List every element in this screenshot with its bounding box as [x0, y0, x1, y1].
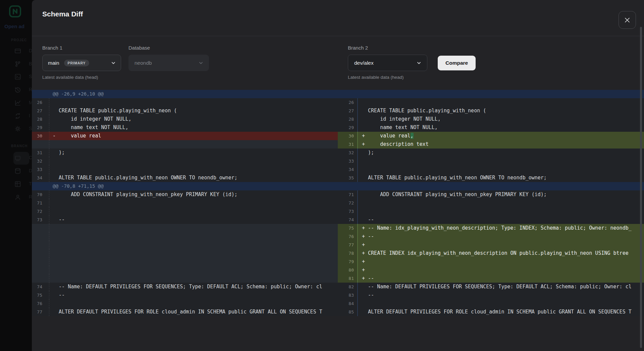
- code-line: +: [358, 257, 644, 266]
- close-icon: [624, 17, 630, 23]
- diff-cell-ctx: 35 ALTER TABLE public.playing_with_neon …: [338, 174, 644, 182]
- code-line: - value real: [49, 132, 338, 140]
- code-line: [358, 299, 644, 308]
- line-number: 26: [338, 98, 358, 107]
- chevron-down-icon: [199, 61, 203, 65]
- diff-cell-filler: [32, 224, 338, 232]
- diff-cell-ctx: 71 ADD CONSTRAINT playing_with_neon_pkey…: [338, 190, 644, 199]
- hunk-range-text: @@ -26,9 +26,10 @@: [32, 90, 104, 98]
- diff-hunk-row: @@ -70,8 +71,15 @@: [32, 182, 644, 190]
- code-line: [49, 232, 338, 241]
- line-number: [32, 274, 49, 283]
- line-number: 33: [32, 165, 49, 174]
- compare-button[interactable]: Compare: [438, 56, 476, 70]
- diff-cell-filler: [32, 266, 338, 274]
- line-number: 73: [32, 216, 49, 224]
- code-line: [49, 249, 338, 257]
- diff-cell-filler: [32, 274, 338, 283]
- code-line: [49, 207, 338, 216]
- line-number: 33: [338, 157, 358, 165]
- diff-cell-add: 78+ CREATE INDEX idx_playing_with_neon_d…: [338, 249, 644, 257]
- diff-row: 74 -- Name: DEFAULT PRIVILEGES FOR SEQUE…: [32, 283, 644, 291]
- code-line: --: [358, 291, 644, 299]
- line-number: 31: [338, 140, 358, 149]
- diff-cell-filler: [32, 232, 338, 241]
- diff-cell-ctx: 73 --: [32, 216, 338, 224]
- line-number: 29: [32, 123, 49, 132]
- diff-cell-del: 30- value real: [32, 132, 338, 140]
- app-sidebar: Open ad PROJECDBSRMISBRANCHCDTR: [0, 0, 32, 351]
- code-line: ALTER DEFAULT PRIVILEGES FOR ROLE cloud_…: [358, 308, 644, 316]
- diff-row: 33 34: [32, 165, 644, 174]
- diff-cell-add: 76+ --: [338, 232, 644, 241]
- code-line: );: [358, 149, 644, 157]
- diff-cell-ctx: 26: [338, 98, 644, 107]
- line-number: 71: [338, 190, 358, 199]
- diff-cell-ctx: 85 ALTER DEFAULT PRIVILEGES FOR ROLE clo…: [338, 308, 644, 316]
- code-line: [49, 299, 338, 308]
- word-diff-highlight: ,: [411, 133, 414, 139]
- code-line: -- Name: DEFAULT PRIVILEGES FOR SEQUENCE…: [358, 283, 644, 291]
- diff-cell-add: 31+ description text: [338, 140, 644, 149]
- code-line: + -- Name: idx_playing_with_neon_descrip…: [358, 224, 644, 232]
- code-line: [49, 140, 338, 149]
- line-number: 80: [338, 266, 358, 274]
- code-line: name text NOT NULL,: [358, 123, 644, 132]
- diff-row: 34 ALTER TABLE public.playing_with_neon …: [32, 174, 644, 182]
- diff-row: 30- value real30+ value real,: [32, 132, 644, 140]
- code-line: [49, 165, 338, 174]
- line-number: 82: [338, 283, 358, 291]
- line-number: 85: [338, 308, 358, 316]
- diff-cell-add: 81+ --: [338, 274, 644, 283]
- line-number: 78: [338, 249, 358, 257]
- code-line: [358, 207, 644, 216]
- code-line: [49, 257, 338, 266]
- diff-cell-ctx: 72: [32, 207, 338, 216]
- hunk-header-spacer: [338, 182, 644, 190]
- diff-cell-add: 77+: [338, 241, 644, 249]
- diff-row: 31+ description text: [32, 140, 644, 149]
- branch1-select[interactable]: main PRIMARY: [42, 55, 121, 71]
- line-number: [32, 140, 49, 149]
- diff-row: 28 id integer NOT NULL,28 id integer NOT…: [32, 115, 644, 123]
- code-line: +: [358, 241, 644, 249]
- line-number: 76: [338, 232, 358, 241]
- line-number: 76: [32, 299, 49, 308]
- diff-cell-ctx: 83 --: [338, 291, 644, 299]
- line-number: 77: [32, 308, 49, 316]
- branch2-hint: Latest available data (head): [348, 75, 404, 80]
- diff-cell-ctx: 27 CREATE TABLE public.playing_with_neon…: [338, 107, 644, 115]
- diff-cell-ctx: 32: [32, 157, 338, 165]
- branch1-label: Branch 1: [42, 45, 62, 51]
- code-line: [49, 224, 338, 232]
- branch2-select[interactable]: dev/alex: [348, 55, 427, 71]
- diff-cell-ctx: 76: [32, 299, 338, 308]
- code-line: ALTER DEFAULT PRIVILEGES FOR ROLE cloud_…: [49, 308, 338, 316]
- line-number: 34: [338, 165, 358, 174]
- diff-cell-ctx: 29 name text NOT NULL,: [338, 123, 644, 132]
- close-button[interactable]: [619, 11, 636, 29]
- vertical-scrollbar[interactable]: [640, 27, 642, 348]
- diff-cell-ctx: 73: [338, 207, 644, 216]
- diff-cell-ctx: 32 );: [338, 149, 644, 157]
- code-line: name text NOT NULL,: [49, 123, 338, 132]
- line-number: 30: [32, 132, 49, 140]
- code-line: + description text: [358, 140, 644, 149]
- code-line: [358, 165, 644, 174]
- diff-row: 80+: [32, 266, 644, 274]
- line-number: 77: [338, 241, 358, 249]
- diff-cell-ctx: 33: [338, 157, 644, 165]
- line-number: 73: [338, 207, 358, 216]
- diff-row: 72 73: [32, 207, 644, 216]
- hunk-header-spacer: [338, 90, 644, 98]
- database-value: neondb: [135, 60, 152, 66]
- diff-row: 76 84: [32, 299, 644, 308]
- diff-row: 75+ -- Name: idx_playing_with_neon_descr…: [32, 224, 644, 232]
- code-line: [49, 241, 338, 249]
- diff-row: 31 );32 );: [32, 149, 644, 157]
- line-number: 74: [338, 216, 358, 224]
- diff-cell-ctx: 74 --: [338, 216, 644, 224]
- line-number: 83: [338, 291, 358, 299]
- database-select[interactable]: neondb: [128, 55, 209, 71]
- code-line: -- Name: DEFAULT PRIVILEGES FOR SEQUENCE…: [49, 283, 338, 291]
